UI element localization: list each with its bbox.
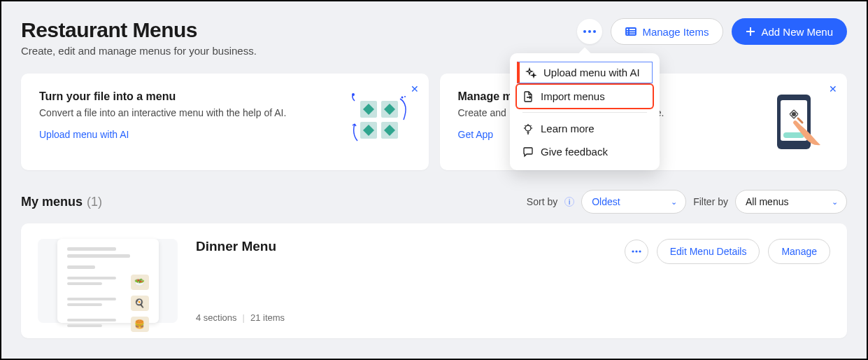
- svg-point-22: [635, 250, 637, 252]
- dropdown-learn-more-label: Learn more: [541, 123, 595, 134]
- sort-by-label: Sort by: [527, 196, 557, 207]
- menu-thumbnail: 🥗 🍳 🍔: [38, 239, 178, 323]
- more-actions-dropdown: Upload menu with AI Import menus Learn m…: [510, 53, 660, 170]
- dots-icon: [583, 30, 596, 33]
- svg-point-2: [593, 30, 596, 33]
- filter-by-value: All menus: [746, 196, 788, 207]
- dropdown-feedback-label: Give feedback: [541, 146, 608, 158]
- card-turn-file-body: Convert a file into an interactive menu …: [39, 107, 286, 118]
- page-subtitle: Create, edit and manage menus for your b…: [21, 45, 257, 57]
- close-icon[interactable]: ✕: [829, 83, 837, 95]
- dropdown-import-label: Import menus: [541, 90, 605, 102]
- svg-point-10: [352, 93, 355, 96]
- page-title: Restaurant Menus: [21, 18, 257, 42]
- add-new-menu-button[interactable]: Add New Menu: [732, 18, 847, 45]
- sort-by-value: Oldest: [592, 196, 620, 207]
- plus-icon: [746, 27, 755, 36]
- manage-items-button[interactable]: Manage Items: [611, 18, 723, 45]
- filter-by-select[interactable]: All menus ⌄: [735, 190, 847, 214]
- menu-item-title: Dinner Menu: [196, 239, 276, 254]
- dropdown-learn-more[interactable]: Learn more: [510, 117, 660, 140]
- filter-by-label: Filter by: [693, 196, 728, 207]
- svg-point-1: [588, 30, 591, 33]
- menu-card: 🥗 🍳 🍔 Dinner Menu Edit Menu Details Mana…: [21, 223, 847, 338]
- my-menus-count: (1): [87, 195, 102, 209]
- card-turn-file-link[interactable]: Upload menu with AI: [39, 129, 129, 140]
- dropdown-feedback[interactable]: Give feedback: [510, 140, 660, 163]
- sort-by-select[interactable]: Oldest ⌄: [581, 190, 686, 214]
- svg-point-23: [639, 250, 641, 252]
- diamonds-illustration: [348, 90, 411, 153]
- dots-icon: [632, 250, 641, 253]
- card-turn-file-title: Turn your file into a menu: [39, 90, 286, 103]
- svg-point-19: [792, 112, 796, 116]
- phone-tap-illustration: [766, 90, 829, 153]
- svg-rect-3: [626, 28, 636, 35]
- menu-item-meta: 4 sections|21 items: [196, 312, 830, 323]
- close-icon[interactable]: ✕: [411, 83, 419, 95]
- svg-point-9: [525, 125, 531, 131]
- chevron-down-icon: ⌄: [832, 198, 838, 207]
- card-manage-app-link[interactable]: Get App: [458, 129, 494, 140]
- svg-rect-20: [783, 132, 804, 138]
- more-actions-button[interactable]: [577, 19, 602, 44]
- dropdown-upload-ai-label: Upload menu with AI: [543, 67, 640, 78]
- edit-menu-details-button[interactable]: Edit Menu Details: [657, 239, 760, 264]
- manage-items-label: Manage Items: [642, 26, 709, 38]
- card-turn-file: Turn your file into a menu Convert a fil…: [21, 74, 429, 170]
- my-menus-label: My menus: [21, 195, 83, 209]
- info-icon[interactable]: i: [564, 197, 574, 207]
- chevron-down-icon: ⌄: [671, 198, 677, 207]
- menu-item-more-button[interactable]: [625, 240, 648, 263]
- manage-menu-button[interactable]: Manage: [768, 239, 830, 264]
- svg-point-21: [632, 250, 634, 252]
- dropdown-import-menus[interactable]: Import menus: [517, 85, 653, 108]
- chat-icon: [522, 146, 534, 158]
- svg-point-16: [404, 96, 406, 97]
- lightbulb-icon: [522, 123, 534, 134]
- dropdown-divider: [522, 112, 647, 113]
- list-icon: [625, 27, 636, 36]
- sparkle-icon: [525, 67, 536, 78]
- svg-point-15: [401, 97, 403, 99]
- add-new-menu-label: Add New Menu: [761, 26, 833, 38]
- import-icon: [522, 91, 534, 102]
- svg-point-0: [583, 30, 586, 33]
- dropdown-upload-ai[interactable]: Upload menu with AI: [517, 62, 653, 83]
